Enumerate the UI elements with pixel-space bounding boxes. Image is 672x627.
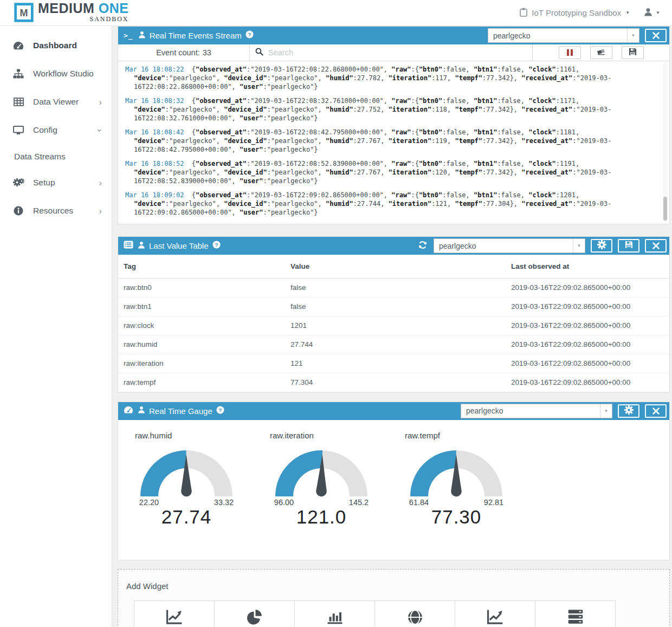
help-icon[interactable]: ? bbox=[212, 241, 221, 251]
gauge: raw.humid22.2033.3227.74 bbox=[135, 431, 270, 560]
medium-one-logo-icon: M bbox=[14, 3, 34, 24]
column-header-tag: Tag bbox=[118, 255, 285, 278]
brand-sandbox: SANDBOX bbox=[38, 16, 129, 22]
gear-icon bbox=[624, 405, 634, 417]
sidebar-item-resources[interactable]: Resources › bbox=[0, 197, 112, 225]
pause-button[interactable] bbox=[559, 46, 581, 59]
table-row: raw:btn1false2019-03-16T22:09:02.865000+… bbox=[118, 297, 669, 316]
workflow-icon bbox=[13, 69, 24, 79]
select-arrow-icon: ▼ bbox=[600, 404, 612, 418]
help-icon[interactable]: ? bbox=[216, 406, 224, 416]
add-widget-button-pie-chart[interactable]: Grouped Users bbox=[214, 600, 295, 627]
table-row: raw:tempf77.3042019-03-16T22:09:02.86500… bbox=[118, 373, 669, 392]
sidebar-item-data-streams[interactable]: Data Streams bbox=[0, 144, 112, 169]
tag-cell: raw:btn1 bbox=[118, 297, 285, 316]
add-widget-buttons: Grouped UsersGrouped UsersGrouped UsersG… bbox=[134, 600, 654, 627]
brand-medium: MEDIUM bbox=[38, 1, 94, 16]
sidebar-item-data-viewer[interactable]: Data Viewer › bbox=[0, 88, 112, 116]
project-switcher[interactable]: IoT Prototyping Sandbox ▼ bbox=[520, 8, 630, 18]
user-icon bbox=[644, 8, 652, 18]
tag-cell: raw:btn0 bbox=[118, 278, 285, 297]
desktop-icon bbox=[13, 126, 24, 135]
table-row: raw:clock12012019-03-16T22:09:02.865000+… bbox=[118, 316, 669, 335]
log-timestamp: Mar 16 18:09:02 bbox=[125, 191, 184, 199]
gears-icon bbox=[13, 177, 24, 189]
column-header-value: Value bbox=[285, 255, 506, 278]
line-chart-icon bbox=[166, 609, 183, 627]
widget-real-time-gauge: Real Time Gauge ? pearlgecko ▼ raw.humid… bbox=[118, 402, 670, 560]
value-cell: 1201 bbox=[285, 316, 506, 335]
search-input[interactable] bbox=[268, 48, 527, 57]
add-widget-button-bar-chart[interactable]: Grouped Users bbox=[294, 600, 375, 627]
terminal-icon: >_ bbox=[124, 31, 133, 40]
lvt-body: raw:btn0false2019-03-16T22:09:02.865000+… bbox=[118, 278, 669, 392]
server-icon bbox=[567, 609, 584, 626]
svg-text:?: ? bbox=[215, 242, 218, 248]
line-chart-icon bbox=[487, 609, 504, 627]
gauge-max: 145.2 bbox=[349, 498, 369, 507]
log-scrollbar-thumb[interactable] bbox=[663, 197, 667, 221]
event-count: Event count:33 bbox=[118, 44, 250, 61]
value-cell: 77.304 bbox=[285, 373, 506, 392]
save-button[interactable] bbox=[622, 46, 644, 59]
refresh-icon[interactable] bbox=[418, 241, 427, 251]
add-widget-button-line-chart[interactable]: Single User bbox=[455, 600, 535, 627]
log-scrollbar[interactable] bbox=[663, 62, 668, 222]
help-icon[interactable]: ? bbox=[245, 30, 254, 41]
clipboard-icon bbox=[520, 8, 527, 18]
gauge: raw.iteration96.00145.2121.0 bbox=[270, 431, 405, 560]
value-cell: 27.744 bbox=[285, 335, 506, 354]
add-widget-button-line-chart[interactable]: Grouped Users bbox=[134, 600, 215, 627]
gauge-arc: 96.00145.2 bbox=[259, 442, 384, 507]
widget-last-value-table: Last Value Table ? pearlgecko ▼ Tag Valu… bbox=[118, 236, 670, 393]
gauge-label: raw.tempf bbox=[405, 431, 540, 440]
search-icon bbox=[255, 48, 263, 58]
person-icon bbox=[138, 406, 145, 416]
user-menu[interactable]: ▼ bbox=[644, 8, 660, 18]
save-widget-button[interactable] bbox=[618, 239, 639, 253]
column-header-last-observed: Last observed at bbox=[506, 255, 669, 278]
close-widget-button[interactable] bbox=[645, 239, 667, 253]
sidebar-item-dashboard[interactable]: Dashboard bbox=[0, 31, 112, 60]
add-widget-button-server[interactable]: Single User bbox=[535, 600, 616, 627]
clear-button[interactable] bbox=[590, 46, 612, 59]
device-select[interactable]: pearlgecko ▼ bbox=[461, 404, 612, 418]
person-icon bbox=[138, 31, 146, 41]
save-icon bbox=[629, 48, 637, 58]
gauge-value: 77.30 bbox=[394, 506, 519, 528]
event-log-entries: Mar 16 18:08:22 {"observed_at":"2019-03-… bbox=[118, 61, 669, 224]
observed-cell: 2019-03-16T22:09:02.865000+00:00 bbox=[506, 297, 669, 316]
observed-cell: 2019-03-16T22:09:02.865000+00:00 bbox=[506, 335, 669, 354]
add-widget-title: Add Widget bbox=[126, 581, 654, 591]
close-widget-button[interactable] bbox=[645, 29, 667, 42]
save-icon bbox=[625, 241, 633, 251]
add-widget-button-globe[interactable]: Grouped Users bbox=[374, 600, 455, 627]
svg-text:M: M bbox=[20, 8, 28, 18]
widget-title: Real Time Gauge bbox=[149, 406, 212, 416]
tag-cell: raw:tempf bbox=[118, 373, 285, 392]
gauge-row: raw.humid22.2033.3227.74raw.iteration96.… bbox=[118, 420, 669, 560]
tag-cell: raw:clock bbox=[118, 316, 285, 335]
sidebar-item-workflow-studio[interactable]: Workflow Studio bbox=[0, 60, 112, 88]
log-entry: Mar 16 18:08:52 {"observed_at":"2019-03-… bbox=[125, 159, 655, 185]
settings-button[interactable] bbox=[591, 239, 612, 253]
topbar: M MEDIUM ONE SANDBOX IoT Prototyping San… bbox=[0, 0, 672, 26]
close-widget-button[interactable] bbox=[645, 404, 667, 418]
settings-button[interactable] bbox=[618, 404, 639, 418]
sidebar-item-setup[interactable]: Setup › bbox=[0, 169, 112, 197]
device-select[interactable]: pearlgecko ▼ bbox=[488, 28, 639, 43]
observed-cell: 2019-03-16T22:09:02.865000+00:00 bbox=[506, 278, 669, 297]
log-entry: Mar 16 18:08:32 {"observed_at":"2019-03-… bbox=[125, 96, 655, 122]
dashboard-icon bbox=[13, 41, 24, 50]
log-timestamp: Mar 16 18:08:52 bbox=[125, 160, 184, 167]
project-name: IoT Prototyping Sandbox bbox=[532, 8, 621, 17]
globe-icon bbox=[407, 609, 423, 627]
gauge-min: 61.84 bbox=[409, 498, 429, 507]
log-timestamp: Mar 16 18:08:42 bbox=[125, 128, 184, 136]
sidebar-item-config[interactable]: Config › bbox=[0, 116, 112, 144]
brand-one: ONE bbox=[99, 1, 129, 16]
device-select[interactable]: pearlgecko ▼ bbox=[434, 238, 585, 253]
chevron-right-icon: › bbox=[99, 206, 102, 216]
gauge-value: 121.0 bbox=[259, 506, 384, 528]
brand-logo[interactable]: M MEDIUM ONE SANDBOX bbox=[0, 2, 129, 24]
